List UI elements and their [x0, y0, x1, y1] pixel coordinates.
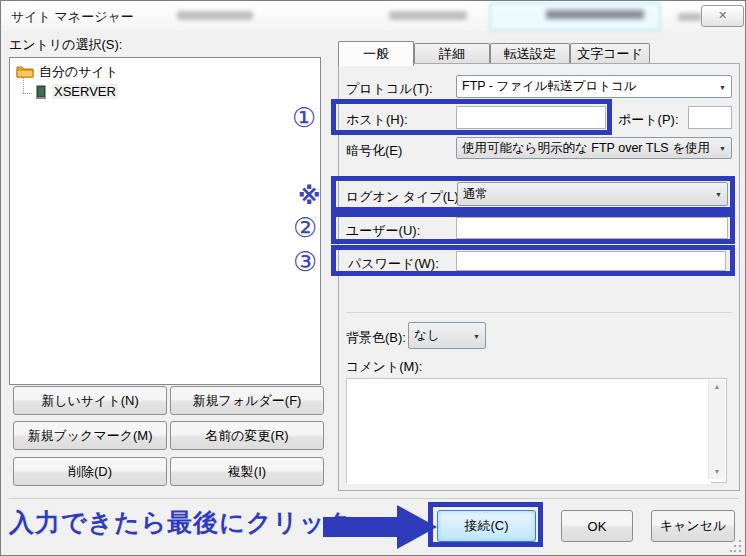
logon-type-value: 通常 [463, 186, 488, 203]
entry-select-label: エントリの選択(S): [9, 36, 122, 54]
port-label: ポート(P): [618, 111, 679, 129]
arrow-right-icon [323, 517, 397, 537]
section-divider [346, 312, 732, 313]
rename-button[interactable]: 名前の変更(R) [170, 421, 324, 450]
comment-box: ▲ ▼ [346, 378, 727, 483]
user-label: ユーザー(U): [346, 222, 420, 240]
encryption-label: 暗号化(E) [346, 142, 402, 160]
window-title: サイト マネージャー [11, 8, 134, 26]
tree-item-my-sites[interactable]: 自分のサイト [39, 63, 118, 81]
protocol-label: プロトコル(T): [346, 80, 433, 98]
site-tree[interactable]: 自分のサイト XSERVER [9, 57, 321, 385]
connect-button[interactable]: 接続(C) [437, 510, 536, 542]
tab-advanced[interactable]: 詳細 [414, 43, 490, 64]
password-label: パスワード(W): [348, 255, 439, 273]
logon-type-label: ログオン タイプ(L): [346, 188, 462, 206]
title-bar[interactable]: サイト マネージャー ✕ [1, 1, 745, 31]
scroll-up-icon[interactable]: ▲ [709, 380, 725, 394]
password-input[interactable] [456, 251, 726, 271]
server-icon [35, 85, 47, 104]
chevron-down-icon: ▼ [473, 332, 480, 339]
tree-connector [23, 93, 32, 94]
host-label: ホスト(H): [346, 111, 408, 129]
scroll-down-icon[interactable]: ▼ [709, 465, 725, 479]
annotation-step2: ② [293, 214, 317, 241]
comment-input[interactable] [347, 379, 711, 484]
annotation-instruction: 入力できたら最後にクリック [9, 506, 352, 539]
protocol-value: FTP - ファイル転送プロトコル [462, 78, 637, 95]
background-artifact [389, 11, 467, 20]
site-manager-dialog: サイト マネージャー ✕ エントリの選択(S): 自分のサイト XSERVER … [0, 0, 746, 556]
background-color-value: なし [414, 327, 440, 344]
encryption-dropdown[interactable]: 使用可能なら明示的な FTP over TLS を使用 ▼ [456, 137, 732, 159]
tab-charset[interactable]: 文字コード [570, 43, 650, 64]
chevron-down-icon: ▼ [719, 145, 726, 152]
protocol-dropdown[interactable]: FTP - ファイル転送プロトコル ▼ [456, 75, 732, 98]
tree-connector [23, 78, 24, 93]
tab-general[interactable]: 一般 [338, 41, 414, 66]
user-input[interactable] [456, 217, 728, 239]
annotation-step1: ① [292, 104, 316, 131]
host-input[interactable] [456, 106, 606, 129]
duplicate-button[interactable]: 複製(I) [170, 457, 324, 486]
footer-divider [9, 498, 739, 499]
delete-button[interactable]: 削除(D) [13, 457, 167, 486]
chevron-down-icon: ▼ [715, 191, 722, 198]
encryption-value: 使用可能なら明示的な FTP over TLS を使用 [462, 140, 710, 157]
annotation-step3: ③ [293, 248, 317, 275]
folder-icon [16, 64, 34, 82]
resize-grip[interactable] [730, 540, 742, 552]
background-artifact [546, 10, 644, 19]
close-icon[interactable]: ✕ [701, 5, 744, 27]
background-artifact [177, 11, 253, 20]
tree-item-xserver[interactable]: XSERVER [52, 84, 118, 99]
port-input[interactable] [688, 106, 732, 129]
cancel-button[interactable]: キャンセル [651, 510, 735, 542]
annotation-note: ※ [298, 185, 320, 208]
background-color-label: 背景色(B): [346, 329, 406, 347]
new-bookmark-button[interactable]: 新規ブックマーク(M) [13, 421, 167, 450]
background-artifact [678, 13, 702, 21]
arrow-right-icon [397, 505, 437, 549]
new-folder-button[interactable]: 新規フォルダー(F) [170, 386, 324, 415]
logon-type-dropdown[interactable]: 通常 ▼ [457, 182, 728, 206]
chevron-down-icon: ▼ [719, 83, 726, 90]
comment-label: コメント(M): [346, 358, 422, 376]
new-site-button[interactable]: 新しいサイト(N) [13, 386, 167, 415]
background-color-dropdown[interactable]: なし ▼ [408, 322, 486, 349]
tab-transfer-settings[interactable]: 転送設定 [490, 43, 570, 64]
ok-button[interactable]: OK [561, 510, 633, 542]
comment-scrollbar[interactable]: ▲ ▼ [708, 380, 725, 479]
